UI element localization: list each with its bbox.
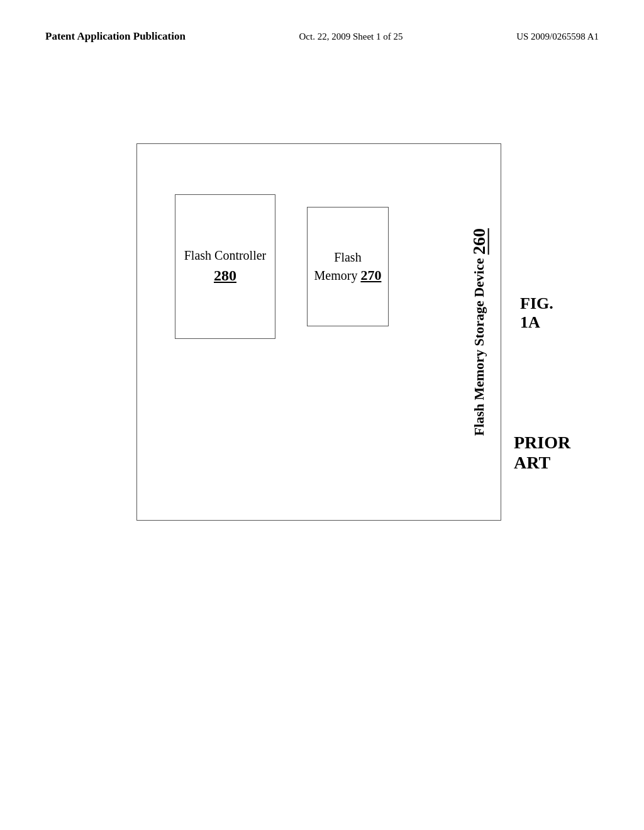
- date-sheet-info: Oct. 22, 2009 Sheet 1 of 25: [299, 30, 403, 42]
- outer-box-label-container: Flash Memory Storage Device 260: [469, 144, 489, 520]
- patent-number: US 2009/0265598 A1: [516, 30, 599, 42]
- fig-label: FIG. 1A: [520, 294, 553, 332]
- main-diagram-area: Flash Controller 280 FlashMemory 270 Fla…: [0, 55, 644, 546]
- outer-box-label: Flash Memory Storage Device 260: [469, 228, 489, 436]
- page-header: Patent Application Publication Oct. 22, …: [0, 0, 644, 55]
- outer-box-number: 260: [469, 228, 489, 255]
- flash-controller-number: 280: [184, 266, 267, 285]
- prior-art-label: PRIOR ART: [514, 433, 570, 473]
- flash-memory-box: FlashMemory 270: [307, 207, 389, 326]
- flash-memory-number: 270: [360, 267, 381, 283]
- publication-title: Patent Application Publication: [45, 30, 186, 43]
- flash-controller-label: Flash Controller 280: [184, 247, 267, 285]
- flash-memory-storage-device-box: Flash Controller 280 FlashMemory 270 Fla…: [136, 143, 501, 521]
- flash-controller-box: Flash Controller 280: [175, 194, 275, 339]
- flash-memory-label: FlashMemory 270: [314, 248, 382, 285]
